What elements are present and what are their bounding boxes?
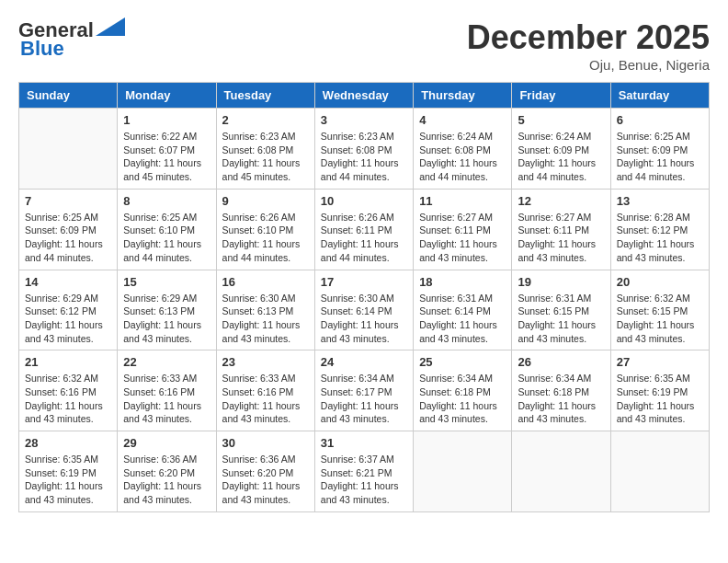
day-number: 23: [222, 355, 309, 369]
calendar-cell: 5Sunrise: 6:24 AMSunset: 6:09 PMDaylight…: [512, 109, 610, 190]
calendar-cell: 10Sunrise: 6:26 AMSunset: 6:11 PMDayligh…: [314, 189, 413, 270]
day-info: Sunrise: 6:28 AMSunset: 6:12 PMDaylight:…: [617, 211, 703, 265]
day-info: Sunrise: 6:27 AMSunset: 6:11 PMDaylight:…: [419, 211, 506, 265]
day-info: Sunrise: 6:23 AMSunset: 6:08 PMDaylight:…: [321, 130, 407, 184]
weekday-header-sunday: Sunday: [19, 83, 118, 109]
day-info: Sunrise: 6:29 AMSunset: 6:12 PMDaylight:…: [25, 292, 111, 346]
calendar-cell: 9Sunrise: 6:26 AMSunset: 6:10 PMDaylight…: [216, 189, 314, 270]
calendar-cell: 17Sunrise: 6:30 AMSunset: 6:14 PMDayligh…: [314, 270, 413, 350]
day-info: Sunrise: 6:33 AMSunset: 6:16 PMDaylight:…: [123, 372, 210, 426]
day-info: Sunrise: 6:35 AMSunset: 6:19 PMDaylight:…: [617, 372, 703, 426]
calendar-cell: 18Sunrise: 6:31 AMSunset: 6:14 PMDayligh…: [414, 270, 512, 350]
calendar-cell: 7Sunrise: 6:25 AMSunset: 6:09 PMDaylight…: [19, 189, 118, 270]
calendar-cell: 24Sunrise: 6:34 AMSunset: 6:17 PMDayligh…: [314, 350, 413, 431]
day-info: Sunrise: 6:23 AMSunset: 6:08 PMDaylight:…: [222, 130, 309, 184]
day-number: 21: [25, 355, 111, 369]
day-number: 22: [123, 355, 210, 369]
calendar-cell: 11Sunrise: 6:27 AMSunset: 6:11 PMDayligh…: [414, 189, 512, 270]
day-number: 29: [123, 436, 210, 450]
calendar-cell: 6Sunrise: 6:25 AMSunset: 6:09 PMDaylight…: [610, 109, 709, 190]
day-number: 11: [419, 194, 506, 208]
day-number: 9: [222, 194, 309, 208]
day-number: 26: [518, 355, 604, 369]
day-number: 1: [123, 113, 210, 127]
weekday-header-friday: Friday: [512, 83, 610, 109]
day-info: Sunrise: 6:25 AMSunset: 6:09 PMDaylight:…: [617, 130, 703, 184]
day-info: Sunrise: 6:25 AMSunset: 6:09 PMDaylight:…: [25, 211, 111, 265]
day-number: 14: [25, 275, 111, 289]
day-info: Sunrise: 6:25 AMSunset: 6:10 PMDaylight:…: [123, 211, 210, 265]
calendar-cell: 31Sunrise: 6:37 AMSunset: 6:21 PMDayligh…: [314, 431, 413, 512]
logo: General Blue: [18, 18, 125, 61]
calendar-cell: 16Sunrise: 6:30 AMSunset: 6:13 PMDayligh…: [216, 270, 314, 350]
weekday-header-monday: Monday: [118, 83, 216, 109]
calendar-cell: 28Sunrise: 6:35 AMSunset: 6:19 PMDayligh…: [19, 431, 118, 512]
calendar-cell: 13Sunrise: 6:28 AMSunset: 6:12 PMDayligh…: [610, 189, 709, 270]
weekday-header-saturday: Saturday: [610, 83, 709, 109]
day-info: Sunrise: 6:26 AMSunset: 6:10 PMDaylight:…: [222, 211, 309, 265]
day-info: Sunrise: 6:32 AMSunset: 6:15 PMDaylight:…: [617, 292, 703, 346]
day-number: 6: [617, 113, 703, 127]
calendar-cell: 8Sunrise: 6:25 AMSunset: 6:10 PMDaylight…: [118, 189, 216, 270]
day-number: 27: [617, 355, 703, 369]
calendar-cell: 30Sunrise: 6:36 AMSunset: 6:20 PMDayligh…: [216, 431, 314, 512]
day-number: 19: [518, 275, 604, 289]
calendar-cell: 2Sunrise: 6:23 AMSunset: 6:08 PMDaylight…: [216, 109, 314, 190]
month-title: December 2025: [467, 18, 710, 57]
calendar-week-1: 1Sunrise: 6:22 AMSunset: 6:07 PMDaylight…: [19, 109, 710, 190]
calendar-header-row: SundayMondayTuesdayWednesdayThursdayFrid…: [19, 83, 710, 109]
day-info: Sunrise: 6:35 AMSunset: 6:19 PMDaylight:…: [25, 453, 111, 507]
day-info: Sunrise: 6:34 AMSunset: 6:17 PMDaylight:…: [321, 372, 407, 426]
calendar-week-3: 14Sunrise: 6:29 AMSunset: 6:12 PMDayligh…: [19, 270, 710, 350]
weekday-header-wednesday: Wednesday: [314, 83, 413, 109]
day-number: 18: [419, 275, 506, 289]
calendar-cell: 14Sunrise: 6:29 AMSunset: 6:12 PMDayligh…: [19, 270, 118, 350]
day-info: Sunrise: 6:36 AMSunset: 6:20 PMDaylight:…: [222, 453, 309, 507]
day-info: Sunrise: 6:30 AMSunset: 6:13 PMDaylight:…: [222, 292, 309, 346]
day-info: Sunrise: 6:29 AMSunset: 6:13 PMDaylight:…: [123, 292, 210, 346]
calendar-cell: 29Sunrise: 6:36 AMSunset: 6:20 PMDayligh…: [118, 431, 216, 512]
title-block: December 2025 Oju, Benue, Nigeria: [467, 18, 710, 73]
weekday-header-thursday: Thursday: [414, 83, 512, 109]
calendar-week-5: 28Sunrise: 6:35 AMSunset: 6:19 PMDayligh…: [19, 431, 710, 512]
location: Oju, Benue, Nigeria: [467, 57, 710, 73]
day-info: Sunrise: 6:34 AMSunset: 6:18 PMDaylight:…: [419, 372, 506, 426]
day-info: Sunrise: 6:24 AMSunset: 6:08 PMDaylight:…: [419, 130, 506, 184]
day-number: 31: [321, 436, 407, 450]
calendar-cell: [414, 431, 512, 512]
calendar-cell: 22Sunrise: 6:33 AMSunset: 6:16 PMDayligh…: [118, 350, 216, 431]
calendar-cell: 15Sunrise: 6:29 AMSunset: 6:13 PMDayligh…: [118, 270, 216, 350]
day-number: 20: [617, 275, 703, 289]
day-number: 12: [518, 194, 604, 208]
day-info: Sunrise: 6:24 AMSunset: 6:09 PMDaylight:…: [518, 130, 604, 184]
calendar-cell: 20Sunrise: 6:32 AMSunset: 6:15 PMDayligh…: [610, 270, 709, 350]
logo-icon: [96, 17, 125, 36]
calendar-week-4: 21Sunrise: 6:32 AMSunset: 6:16 PMDayligh…: [19, 350, 710, 431]
calendar-cell: 21Sunrise: 6:32 AMSunset: 6:16 PMDayligh…: [19, 350, 118, 431]
calendar-cell: 4Sunrise: 6:24 AMSunset: 6:08 PMDaylight…: [414, 109, 512, 190]
day-info: Sunrise: 6:27 AMSunset: 6:11 PMDaylight:…: [518, 211, 604, 265]
day-number: 28: [25, 436, 111, 450]
calendar-cell: 12Sunrise: 6:27 AMSunset: 6:11 PMDayligh…: [512, 189, 610, 270]
day-info: Sunrise: 6:32 AMSunset: 6:16 PMDaylight:…: [25, 372, 111, 426]
day-info: Sunrise: 6:31 AMSunset: 6:15 PMDaylight:…: [518, 292, 604, 346]
calendar-cell: 23Sunrise: 6:33 AMSunset: 6:16 PMDayligh…: [216, 350, 314, 431]
calendar-cell: 27Sunrise: 6:35 AMSunset: 6:19 PMDayligh…: [610, 350, 709, 431]
day-info: Sunrise: 6:22 AMSunset: 6:07 PMDaylight:…: [123, 130, 210, 184]
day-info: Sunrise: 6:36 AMSunset: 6:20 PMDaylight:…: [123, 453, 210, 507]
day-number: 4: [419, 113, 506, 127]
calendar-week-2: 7Sunrise: 6:25 AMSunset: 6:09 PMDaylight…: [19, 189, 710, 270]
calendar-cell: [610, 431, 709, 512]
calendar-cell: 3Sunrise: 6:23 AMSunset: 6:08 PMDaylight…: [314, 109, 413, 190]
day-number: 15: [123, 275, 210, 289]
day-number: 8: [123, 194, 210, 208]
day-number: 2: [222, 113, 309, 127]
day-info: Sunrise: 6:30 AMSunset: 6:14 PMDaylight:…: [321, 292, 407, 346]
day-info: Sunrise: 6:37 AMSunset: 6:21 PMDaylight:…: [321, 453, 407, 507]
day-number: 7: [25, 194, 111, 208]
weekday-header-tuesday: Tuesday: [216, 83, 314, 109]
day-number: 30: [222, 436, 309, 450]
calendar-cell: [19, 109, 118, 190]
day-number: 13: [617, 194, 703, 208]
svg-marker-0: [96, 17, 125, 36]
